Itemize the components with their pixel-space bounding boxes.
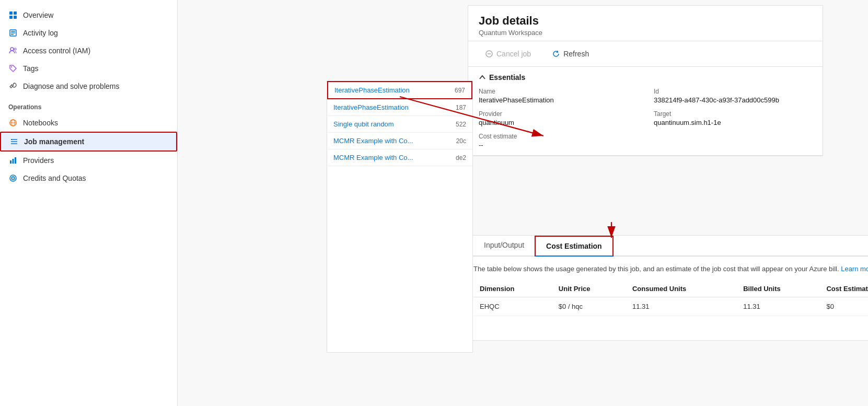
cancel-job-button[interactable]: Cancel job <box>479 47 537 61</box>
sidebar-label-providers: Providers <box>23 156 54 165</box>
people-icon <box>8 46 18 55</box>
svg-rect-0 <box>9 11 13 15</box>
table-row: EHQC $0 / hqc 11.31 11.31 $0 <box>473 297 868 316</box>
cell-dimension: EHQC <box>473 297 552 316</box>
grid-icon <box>8 10 18 20</box>
sidebar-item-credits-quotas[interactable]: Credits and Quotas <box>0 169 177 187</box>
job-details-panel: Job details Quantum Workspace Cancel job <box>468 5 823 156</box>
job-name-0[interactable]: IterativePhaseEstimation <box>334 86 450 94</box>
job-details-subtitle: Quantum Workspace <box>479 29 812 37</box>
cost-panel-tabs: Input/Output Cost Estimation <box>463 236 868 257</box>
job-name-1[interactable]: IterativePhaseEstimation <box>333 103 452 111</box>
sidebar-item-providers[interactable]: Providers <box>0 152 177 169</box>
cost-total-row: Total: $0 <box>463 316 868 330</box>
field-name-label: Name <box>479 88 637 95</box>
svg-rect-1 <box>14 11 17 15</box>
svg-rect-19 <box>13 159 14 164</box>
job-list-panel: IterativePhaseEstimation 697 IterativePh… <box>327 81 473 353</box>
chevron-up-icon <box>479 74 486 81</box>
cost-table-head: Dimension Unit Price Consumed Units Bill… <box>473 281 868 297</box>
col-dimension: Dimension <box>473 281 552 297</box>
field-provider-label: Provider <box>479 110 637 118</box>
job-list-row-3[interactable]: MCMR Example with Co... 20c <box>327 133 472 149</box>
jobs-icon <box>9 137 19 146</box>
job-list-row-2[interactable]: Single qubit random 522 <box>327 116 472 133</box>
svg-rect-3 <box>14 16 17 19</box>
sidebar-item-job-management[interactable]: Job management <box>0 132 177 152</box>
sidebar-item-access-control[interactable]: Access control (IAM) <box>0 42 177 60</box>
sidebar-label-access-control: Access control (IAM) <box>23 47 90 55</box>
col-billed-units: Billed Units <box>737 281 820 297</box>
tag-icon <box>8 64 18 73</box>
field-target: Target quantinuum.sim.h1-1e <box>654 110 812 126</box>
field-cost-value: -- <box>479 141 637 149</box>
cost-estimation-panel: Input/Output Cost Estimation The table b… <box>462 235 868 341</box>
tab-cost-estimation[interactable]: Cost Estimation <box>535 236 614 257</box>
col-consumed-units: Consumed Units <box>626 281 737 297</box>
field-id: Id 338214f9-a487-430c-a93f-37add00c599b <box>654 88 812 104</box>
field-name-value: IterativePhaseEstimation <box>479 96 637 104</box>
svg-point-23 <box>13 178 14 179</box>
tab-input-output[interactable]: Input/Output <box>473 236 535 257</box>
field-cost-estimate: Cost estimate -- <box>479 133 637 149</box>
operations-section-label: Operations <box>0 95 177 114</box>
cost-table: Dimension Unit Price Consumed Units Bill… <box>473 281 868 316</box>
svg-point-10 <box>11 66 12 67</box>
job-id-0: 697 <box>455 87 465 94</box>
essentials-header[interactable]: Essentials <box>479 73 812 82</box>
sidebar-item-diagnose[interactable]: Diagnose and solve problems <box>0 77 177 95</box>
col-unit-price: Unit Price <box>552 281 626 297</box>
sidebar-item-overview[interactable]: Overview <box>0 6 177 24</box>
cell-cost-estimate: $0 <box>820 297 868 316</box>
sidebar-label-job-management: Job management <box>24 137 84 146</box>
essentials-label: Essentials <box>489 73 525 82</box>
sidebar-item-notebooks[interactable]: Notebooks <box>0 114 177 132</box>
field-id-label: Id <box>654 88 812 95</box>
refresh-label: Refresh <box>563 50 589 58</box>
cell-consumed-units: 11.31 <box>626 297 737 316</box>
sidebar: Overview Activity log <box>0 0 178 406</box>
log-icon <box>8 28 18 38</box>
sidebar-label-notebooks: Notebooks <box>23 119 58 127</box>
cost-description-text: The table below shows the usage generate… <box>473 265 839 273</box>
tab-cost-estimation-label: Cost Estimation <box>546 242 602 250</box>
svg-rect-2 <box>9 16 13 19</box>
col-cost-estimate: Cost Estimate <box>820 281 868 297</box>
svg-point-9 <box>14 48 16 50</box>
job-details-header: Job details Quantum Workspace <box>468 6 823 41</box>
job-name-4[interactable]: MCMR Example with Co... <box>333 154 452 161</box>
cancel-job-label: Cancel job <box>496 50 531 58</box>
sidebar-label-activity-log: Activity log <box>23 29 58 37</box>
job-list-row-0[interactable]: IterativePhaseEstimation 697 <box>327 81 472 99</box>
job-name-3[interactable]: MCMR Example with Co... <box>333 137 452 145</box>
sidebar-label-tags: Tags <box>23 64 39 73</box>
job-details-title: Job details <box>479 14 812 28</box>
essentials-grid: Name IterativePhaseEstimation Id 338214f… <box>479 88 812 149</box>
field-name: Name IterativePhaseEstimation <box>479 88 637 104</box>
svg-point-8 <box>10 48 14 51</box>
refresh-button[interactable]: Refresh <box>546 47 595 61</box>
sidebar-item-activity-log[interactable]: Activity log <box>0 24 177 42</box>
cell-billed-units: 11.31 <box>737 297 820 316</box>
cell-unit-price: $0 / hqc <box>552 297 626 316</box>
job-details-toolbar: Cancel job Refresh <box>468 41 823 67</box>
cancel-icon <box>485 50 493 58</box>
field-cost-label: Cost estimate <box>479 133 637 140</box>
svg-rect-20 <box>15 157 16 164</box>
sidebar-label-credits-quotas: Credits and Quotas <box>23 174 86 182</box>
essentials-section: Essentials Name IterativePhaseEstimation… <box>468 67 823 156</box>
job-id-2: 522 <box>456 121 466 128</box>
sidebar-label-overview: Overview <box>23 11 53 19</box>
job-list-row-1[interactable]: IterativePhaseEstimation 187 <box>327 99 472 116</box>
svg-rect-18 <box>10 160 11 164</box>
cost-table-body: EHQC $0 / hqc 11.31 11.31 $0 <box>473 297 868 316</box>
field-id-value: 338214f9-a487-430c-a93f-37add00c599b <box>654 96 812 104</box>
cost-table-wrapper: Dimension Unit Price Consumed Units Bill… <box>463 281 868 316</box>
field-provider-value: quantinuum <box>479 119 637 126</box>
job-name-2[interactable]: Single qubit random <box>333 120 452 128</box>
learn-more-link[interactable]: Learn more <box>841 265 868 273</box>
job-id-3: 20c <box>456 137 466 145</box>
sidebar-item-tags[interactable]: Tags <box>0 60 177 77</box>
tab-input-output-label: Input/Output <box>484 241 524 249</box>
job-list-row-4[interactable]: MCMR Example with Co... de2 <box>327 149 472 166</box>
